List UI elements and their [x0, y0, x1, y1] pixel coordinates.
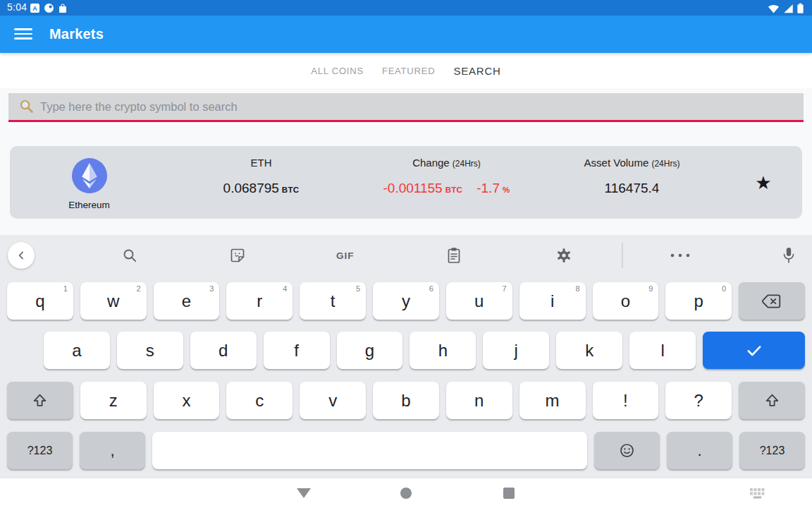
key-label: ? — [694, 391, 703, 411]
key-i[interactable]: 8i — [519, 282, 586, 320]
sticker-icon[interactable] — [229, 247, 246, 264]
key-label: ?123 — [760, 445, 785, 457]
price-unit: BTC — [282, 186, 300, 194]
key-label: v — [328, 391, 337, 411]
key-symbols-right[interactable]: ?123 — [739, 432, 805, 469]
key-x[interactable]: x — [154, 382, 220, 419]
key-k[interactable]: k — [556, 332, 622, 369]
clipboard-icon[interactable] — [446, 247, 462, 264]
letter-a-app-icon: A — [30, 3, 39, 16]
key-comma[interactable]: , — [80, 432, 145, 469]
keyboard-row: 1q2w3e4r5t6y7u8i9o0p — [0, 282, 812, 320]
status-notification-icons: A — [30, 3, 67, 16]
key-shift-right[interactable] — [739, 382, 805, 419]
star-icon[interactable]: ★ — [755, 174, 771, 192]
change-value: -0.001155 — [383, 181, 443, 196]
key-v[interactable]: v — [300, 382, 366, 419]
main-content: Ethereum ETH 0.068795 BTC Change (24Hrs)… — [0, 88, 812, 235]
key-hint: 7 — [503, 284, 507, 293]
key-o[interactable]: 9o — [593, 282, 659, 320]
key-s[interactable]: s — [117, 332, 183, 369]
change-period: (24Hrs) — [453, 159, 481, 169]
key-q[interactable]: 1q — [7, 282, 73, 320]
key-m[interactable]: m — [519, 382, 586, 419]
key-a[interactable]: a — [44, 332, 110, 369]
key-space[interactable] — [152, 432, 587, 469]
tab-all-coins[interactable]: ALL COINS — [311, 66, 364, 76]
key-n[interactable]: n — [446, 382, 512, 419]
key-backspace[interactable] — [739, 282, 805, 320]
search-field[interactable] — [8, 93, 804, 122]
key-y[interactable]: 6y — [373, 282, 439, 320]
key-label: u — [474, 291, 484, 311]
key-label: r — [257, 291, 262, 311]
key-h[interactable]: h — [410, 332, 476, 369]
key-?[interactable]: ? — [665, 382, 732, 419]
coin-name: Ethereum — [68, 200, 110, 210]
key-f[interactable]: f — [264, 332, 330, 369]
svg-text:A: A — [32, 5, 37, 12]
search-input[interactable] — [40, 100, 804, 114]
key-w[interactable]: 2w — [80, 282, 147, 320]
home-circle-icon[interactable] — [400, 488, 412, 499]
key-t[interactable]: 5t — [300, 282, 366, 320]
key-emoji[interactable] — [594, 432, 660, 469]
key-u[interactable]: 7u — [446, 282, 512, 320]
gif-button[interactable]: GIF — [336, 250, 355, 261]
key-e[interactable]: 3e — [154, 282, 220, 320]
back-chevron-icon[interactable] — [8, 242, 35, 269]
magnifier-emoji-icon — [19, 99, 35, 114]
key-b[interactable]: b — [373, 382, 439, 419]
key-label: ?123 — [27, 445, 53, 457]
battery-icon — [797, 3, 804, 16]
shift-icon — [763, 392, 781, 409]
key-enter[interactable] — [703, 332, 805, 369]
tab-search[interactable]: SEARCH — [453, 65, 500, 77]
coin-identity: Ethereum — [10, 146, 168, 219]
search-icon[interactable] — [121, 247, 138, 264]
app-bar: Markets — [0, 16, 812, 53]
mic-icon[interactable] — [781, 246, 796, 265]
key-c[interactable]: c — [226, 382, 293, 419]
key-label: w — [107, 291, 119, 311]
key-p[interactable]: 0p — [665, 282, 732, 320]
enter-check-icon — [745, 341, 763, 360]
key-label: y — [402, 291, 410, 311]
key-hint: 9 — [648, 284, 653, 293]
bag-app-icon — [59, 3, 67, 16]
key-label: z — [109, 391, 118, 411]
key-l[interactable]: l — [629, 332, 696, 369]
android-nav-bar — [0, 478, 812, 508]
key-z[interactable]: z — [80, 382, 147, 419]
key-label: j — [515, 341, 518, 361]
overflow-dots-icon[interactable] — [670, 253, 691, 258]
key-hint: 2 — [137, 284, 141, 293]
settings-gear-icon[interactable] — [555, 247, 572, 264]
hamburger-menu-icon[interactable] — [14, 25, 32, 42]
key-symbols-left[interactable]: ?123 — [7, 432, 73, 469]
key-label: s — [146, 341, 154, 361]
key-j[interactable]: j — [483, 332, 549, 369]
change-column: Change (24Hrs) -0.001155 BTC -1.7 % — [354, 146, 539, 219]
key-shift-left[interactable] — [7, 382, 73, 419]
status-system-icons — [768, 3, 804, 16]
key-![interactable]: ! — [593, 382, 659, 419]
key-g[interactable]: g — [337, 332, 403, 369]
volume-header: Asset Volume — [584, 157, 649, 169]
recents-square-icon[interactable] — [503, 488, 515, 499]
price-header: ETH — [251, 157, 272, 169]
key-hint: 1 — [63, 284, 68, 293]
notification-dot-icon — [44, 3, 54, 16]
key-d[interactable]: d — [190, 332, 257, 369]
tab-featured[interactable]: FEATURED — [382, 66, 436, 76]
cell-signal-icon — [783, 4, 794, 16]
coin-result-row[interactable]: Ethereum ETH 0.068795 BTC Change (24Hrs)… — [10, 146, 802, 219]
key-period[interactable]: . — [667, 432, 732, 469]
key-label: p — [694, 291, 703, 311]
key-r[interactable]: 4r — [226, 282, 293, 320]
keyboard-picker-icon[interactable] — [747, 487, 767, 500]
back-triangle-icon[interactable] — [297, 488, 311, 498]
key-label: g — [365, 341, 374, 361]
key-label: o — [621, 291, 630, 311]
key-label: d — [219, 341, 228, 361]
